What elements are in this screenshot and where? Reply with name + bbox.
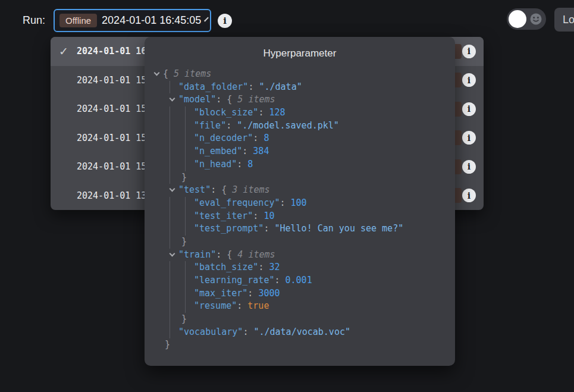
list-item-label: 2024-01-01 13	[77, 190, 146, 201]
offline-status-badge: Offline	[59, 14, 97, 27]
json-num: 384	[253, 146, 269, 156]
json-colon: :	[211, 184, 221, 195]
indent-guide	[170, 261, 170, 274]
indent-guide	[185, 261, 186, 274]
list-item-label: 2024-01-01 16	[77, 46, 146, 57]
indent-guide	[170, 145, 170, 158]
json-punct: {	[163, 68, 174, 79]
indent-guide	[170, 300, 170, 313]
json-colon: :	[253, 133, 264, 143]
info-icon[interactable]: i	[462, 131, 476, 145]
collapse-caret-icon[interactable]	[154, 70, 160, 76]
indent-guide	[185, 274, 186, 287]
log-button[interactable]: Log	[554, 8, 574, 32]
info-icon[interactable]: i	[462, 189, 476, 202]
indent-guide	[185, 132, 186, 145]
json-num: 10	[264, 211, 274, 221]
json-num: 128	[269, 107, 285, 118]
json-punct: }	[181, 313, 187, 324]
info-icon[interactable]: i	[462, 160, 476, 174]
json-line: "test_iter": 10	[145, 210, 455, 223]
json-key: "learning_rate"	[194, 275, 274, 286]
json-key: "model"	[178, 94, 216, 105]
json-line: "resume": true	[145, 300, 455, 313]
collapse-caret-icon[interactable]	[170, 186, 175, 192]
checkmark-icon: ✓	[59, 45, 68, 58]
json-line: "batch_size": 32	[145, 261, 455, 274]
indent-guide	[185, 158, 186, 171]
json-colon: :	[226, 120, 237, 131]
indent-guide	[185, 197, 186, 210]
list-item-label: 2024-01-01 15	[77, 104, 146, 114]
info-icon[interactable]: i	[218, 14, 232, 28]
json-colon: :	[274, 275, 285, 286]
json-line: "file": "./model.saved.pkl"	[145, 120, 455, 133]
indent-guide	[170, 120, 170, 133]
json-key: "test_prompt"	[194, 223, 264, 234]
json-line: "n_head": 8	[145, 158, 455, 171]
json-line: "train": { 4 items	[145, 249, 455, 262]
indent-guide	[170, 287, 170, 300]
info-icon[interactable]: i	[462, 73, 476, 87]
json-key: "train"	[178, 249, 216, 260]
json-colon: :	[243, 327, 253, 337]
indent-guide	[185, 120, 186, 133]
json-key: "test_iter"	[194, 211, 253, 221]
json-colon: :	[242, 146, 253, 156]
indent-guide	[170, 222, 170, 236]
indent-guide	[170, 274, 170, 287]
popup-title: Hyperparameter	[145, 48, 455, 59]
list-item-label: 2024-01-01 15	[77, 133, 146, 143]
json-line: }	[145, 313, 455, 326]
chevron-down-icon	[204, 17, 209, 21]
indent-guide	[170, 210, 170, 223]
json-key: "file"	[194, 120, 226, 131]
json-key: "batch_size"	[194, 262, 258, 272]
json-tree: { 5 items"data_folder": "./data""model":…	[145, 68, 455, 352]
json-punct: {	[221, 184, 232, 195]
json-line: "test": { 3 items	[145, 184, 455, 197]
indent-guide	[170, 313, 170, 326]
run-select[interactable]: Offline 2024-01-01 16:45:05	[54, 9, 211, 32]
indent-guide	[170, 236, 170, 249]
json-colon: :	[237, 300, 247, 311]
json-line: "n_decoder": 8	[145, 132, 455, 145]
run-label: Run:	[23, 14, 45, 27]
collapse-caret-icon[interactable]	[170, 96, 175, 102]
indent-guide	[170, 171, 170, 184]
json-colon: :	[216, 94, 227, 105]
json-num: 3000	[258, 288, 280, 299]
indent-guide	[170, 132, 170, 145]
indent-guide	[170, 106, 170, 120]
json-bool: true	[247, 300, 269, 311]
list-item-label: 2024-01-01 15	[77, 161, 146, 172]
smiley-icon	[529, 12, 542, 26]
json-colon: :	[216, 249, 227, 260]
info-icon[interactable]: i	[462, 102, 476, 116]
json-line: "block_size": 128	[145, 106, 455, 120]
json-key: "vocabulary"	[178, 327, 243, 337]
indent-guide	[170, 81, 170, 94]
json-num: 8	[264, 133, 269, 143]
json-str: "./data"	[259, 81, 302, 92]
json-key: "n_head"	[194, 159, 237, 170]
collapse-caret-icon[interactable]	[170, 250, 175, 256]
json-colon: :	[253, 211, 264, 221]
json-str: "./data/vocab.voc"	[253, 327, 350, 337]
json-items: 5 items	[174, 68, 211, 79]
json-num: 0.001	[286, 275, 312, 286]
json-line: "eval_frequency": 100	[145, 197, 455, 210]
json-line: { 5 items	[145, 68, 455, 81]
indent-guide	[170, 326, 170, 339]
indent-guide	[185, 210, 186, 223]
indent-guide	[170, 158, 170, 171]
toggle-knob	[509, 10, 526, 28]
json-items: 4 items	[237, 249, 275, 260]
json-items: 3 items	[232, 184, 269, 195]
json-key: "n_decoder"	[194, 133, 253, 143]
info-icon[interactable]: i	[462, 45, 476, 58]
theme-toggle[interactable]	[507, 8, 546, 30]
json-key: "resume"	[194, 300, 237, 311]
indent-guide	[185, 106, 186, 120]
json-punct: {	[227, 249, 237, 260]
